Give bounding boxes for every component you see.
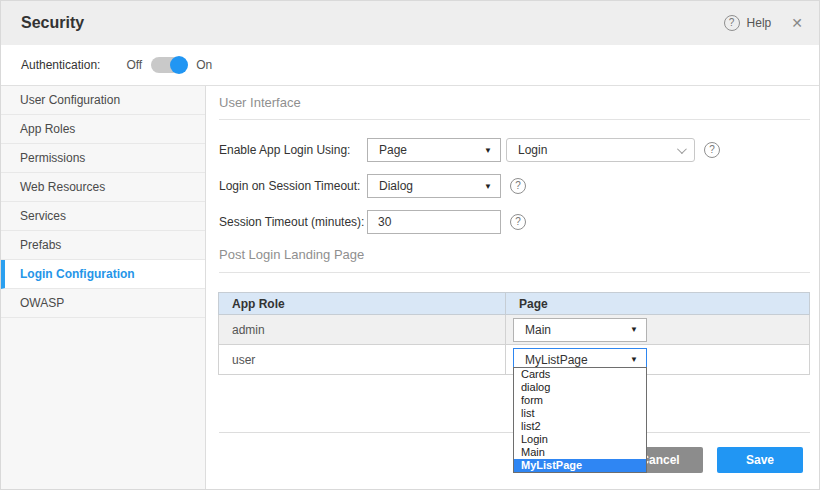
login-page-value: Login (518, 143, 547, 157)
session-timeout-minutes-row: Session Timeout (minutes): ? (219, 210, 810, 234)
sidebar-item-owasp[interactable]: OWASP (1, 289, 205, 318)
enable-app-login-label: Enable App Login Using: (219, 143, 367, 157)
caret-down-icon: ▼ (484, 146, 492, 155)
titlebar: Security ? Help ✕ (1, 1, 819, 45)
session-timeout-type-select[interactable]: Dialog ▼ (367, 174, 501, 198)
titlebar-actions: ? Help ✕ (724, 15, 803, 31)
sidebar-item-permissions[interactable]: Permissions (1, 144, 205, 173)
authentication-label: Authentication: (21, 58, 100, 72)
login-page-combobox[interactable]: Login (506, 138, 695, 162)
caret-down-icon: ▼ (630, 325, 638, 334)
dropdown-option-list[interactable]: list (514, 407, 646, 420)
help-icon[interactable]: ? (724, 15, 740, 31)
column-header-app-role: App Role (219, 293, 506, 315)
sidebar-item-services[interactable]: Services (1, 202, 205, 231)
session-timeout-type-value: Dialog (379, 179, 413, 193)
login-type-value: Page (379, 143, 407, 157)
table-row: admin Main ▼ (219, 315, 810, 345)
caret-down-icon: ▼ (484, 182, 492, 191)
dropdown-option-cards[interactable]: Cards (514, 368, 646, 381)
toggle-knob (170, 56, 188, 74)
section-title-post-login: Post Login Landing Page (219, 234, 810, 273)
dropdown-option-mylistpage[interactable]: MyListPage (514, 459, 646, 472)
column-header-page: Page (506, 293, 810, 315)
enable-app-login-row: Enable App Login Using: Page ▼ Login ? (219, 138, 810, 162)
session-timeout-login-label: Login on Session Timeout: (219, 179, 367, 193)
user-page-value: MyListPage (525, 353, 588, 367)
session-timeout-login-row: Login on Session Timeout: Dialog ▼ ? (219, 174, 810, 198)
admin-page-select[interactable]: Main ▼ (513, 318, 647, 342)
help-icon[interactable]: ? (510, 214, 526, 230)
toggle-on-label: On (196, 58, 212, 72)
chevron-down-icon (677, 144, 687, 154)
save-button[interactable]: Save (717, 447, 803, 473)
sidebar-item-app-roles[interactable]: App Roles (1, 115, 205, 144)
help-link[interactable]: Help (747, 16, 772, 30)
close-icon[interactable]: ✕ (791, 15, 803, 31)
session-timeout-input[interactable] (367, 210, 501, 234)
dropdown-option-list2[interactable]: list2 (514, 420, 646, 433)
authentication-bar: Authentication: Off On (1, 45, 819, 86)
content-panel: User Interface Enable App Login Using: P… (206, 86, 820, 490)
app-role-cell: admin (219, 315, 506, 345)
post-login-table: App Role Page admin Main ▼ user (218, 292, 810, 375)
dropdown-option-login[interactable]: Login (514, 433, 646, 446)
sidebar: User Configuration App Roles Permissions… (1, 86, 206, 490)
body: User Configuration App Roles Permissions… (1, 86, 819, 490)
toggle-off-label: Off (126, 58, 142, 72)
dropdown-option-dialog[interactable]: dialog (514, 381, 646, 394)
section-title-user-interface: User Interface (219, 86, 810, 120)
app-role-cell: user (219, 345, 506, 375)
page-title: Security (21, 14, 84, 32)
session-timeout-minutes-label: Session Timeout (minutes): (219, 215, 367, 229)
dropdown-option-form[interactable]: form (514, 394, 646, 407)
sidebar-item-login-configuration[interactable]: Login Configuration (1, 260, 205, 289)
sidebar-item-web-resources[interactable]: Web Resources (1, 173, 205, 202)
sidebar-item-prefabs[interactable]: Prefabs (1, 231, 205, 260)
help-icon[interactable]: ? (704, 142, 720, 158)
page-dropdown-list: Cards dialog form list list2 Login Main … (513, 367, 647, 473)
help-icon[interactable]: ? (510, 178, 526, 194)
admin-page-value: Main (525, 323, 551, 337)
table-header-row: App Role Page (219, 293, 810, 315)
sidebar-item-user-configuration[interactable]: User Configuration (1, 86, 205, 115)
page-cell: Main ▼ (506, 315, 810, 345)
caret-down-icon: ▼ (630, 355, 638, 364)
dropdown-option-main[interactable]: Main (514, 446, 646, 459)
login-type-select[interactable]: Page ▼ (367, 138, 501, 162)
authentication-toggle[interactable] (151, 57, 187, 73)
